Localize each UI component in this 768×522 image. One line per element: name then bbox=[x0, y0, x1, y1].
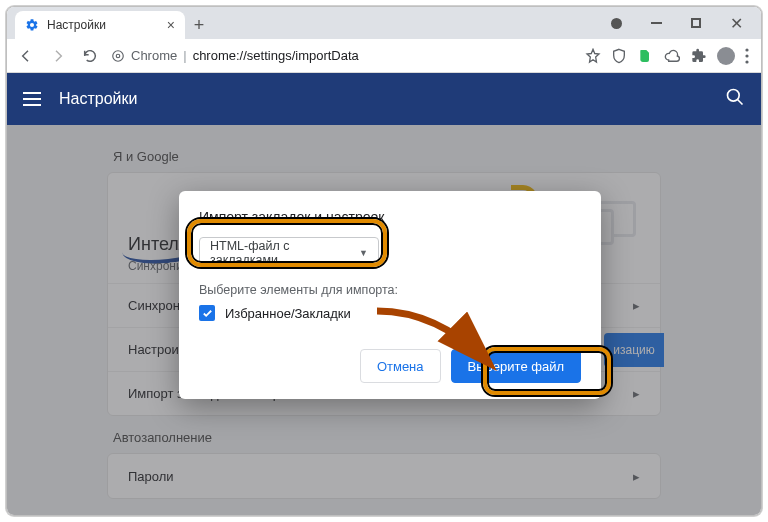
tab-title: Настройки bbox=[47, 18, 106, 32]
shield-icon[interactable] bbox=[611, 48, 627, 64]
toolbar-icons bbox=[581, 47, 753, 65]
url-path: chrome://settings/importData bbox=[193, 48, 359, 63]
star-icon[interactable] bbox=[585, 48, 601, 64]
settings-header: Настройки bbox=[7, 73, 761, 125]
account-indicator-icon[interactable] bbox=[599, 9, 633, 37]
dialog-subtitle: Выберите элементы для импорта: bbox=[199, 283, 581, 297]
evernote-icon[interactable] bbox=[637, 48, 653, 64]
choose-file-button[interactable]: Выберите файл bbox=[451, 349, 581, 383]
forward-button[interactable] bbox=[47, 45, 69, 67]
menu-icon[interactable] bbox=[745, 48, 749, 64]
svg-point-1 bbox=[116, 54, 120, 58]
favorites-checkbox-row[interactable]: Избранное/Закладки bbox=[199, 305, 581, 321]
extensions-icon[interactable] bbox=[691, 48, 707, 64]
cancel-button[interactable]: Отмена bbox=[360, 349, 441, 383]
back-button[interactable] bbox=[15, 45, 37, 67]
titlebar: Настройки × + ✕ bbox=[7, 7, 761, 39]
search-icon[interactable] bbox=[725, 87, 745, 111]
import-dialog: Импорт закладок и настроек HTML-файл с з… bbox=[179, 191, 601, 399]
cloud-icon[interactable] bbox=[663, 48, 681, 64]
close-window-button[interactable]: ✕ bbox=[719, 9, 753, 37]
profile-icon[interactable] bbox=[717, 47, 735, 65]
svg-point-0 bbox=[113, 50, 124, 61]
omnibox[interactable]: Chrome | chrome://settings/importData bbox=[111, 48, 571, 63]
settings-favicon-icon bbox=[25, 18, 39, 32]
window-controls: ✕ bbox=[599, 7, 761, 39]
svg-point-3 bbox=[745, 54, 748, 57]
source-select[interactable]: HTML-файл с закладками ▼ bbox=[199, 237, 379, 269]
close-tab-icon[interactable]: × bbox=[167, 17, 175, 33]
url-chip: Chrome bbox=[131, 48, 177, 63]
reload-button[interactable] bbox=[79, 45, 101, 67]
menu-hamburger-icon[interactable] bbox=[23, 92, 41, 106]
svg-point-4 bbox=[745, 60, 748, 63]
address-bar: Chrome | chrome://settings/importData bbox=[7, 39, 761, 73]
maximize-button[interactable] bbox=[679, 9, 713, 37]
svg-point-5 bbox=[728, 90, 740, 102]
dialog-title: Импорт закладок и настроек bbox=[199, 209, 581, 225]
active-tab[interactable]: Настройки × bbox=[15, 11, 185, 39]
checkbox-label: Избранное/Закладки bbox=[225, 306, 351, 321]
checkbox-checked-icon[interactable] bbox=[199, 305, 215, 321]
browser-window: Настройки × + ✕ Chrome | chrome://settin… bbox=[6, 6, 762, 516]
dropdown-icon: ▼ bbox=[359, 248, 368, 258]
select-value: HTML-файл с закладками bbox=[210, 239, 359, 267]
settings-title: Настройки bbox=[59, 90, 137, 108]
svg-point-2 bbox=[745, 48, 748, 51]
minimize-button[interactable] bbox=[639, 9, 673, 37]
new-tab-button[interactable]: + bbox=[185, 11, 213, 39]
